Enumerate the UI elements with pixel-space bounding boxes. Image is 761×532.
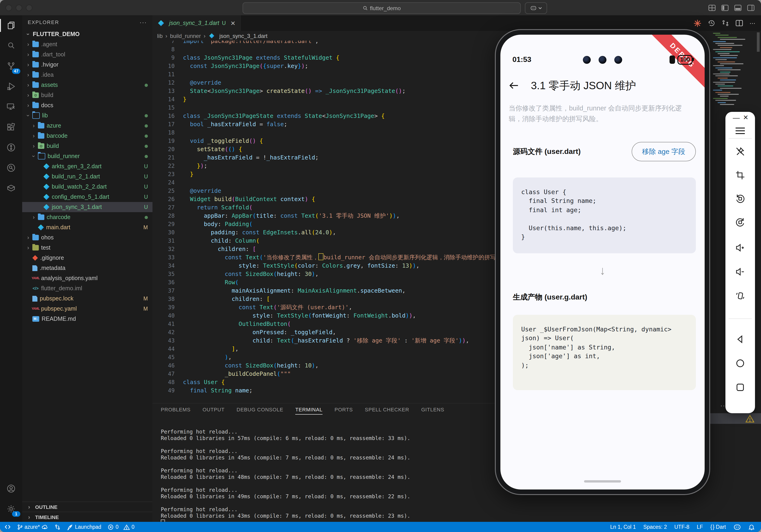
problems-status[interactable]: 0 0 — [108, 524, 135, 530]
tree-item-lib[interactable]: ›lib — [22, 110, 152, 121]
tree-item-azure[interactable]: ›azure — [22, 121, 152, 131]
extensions-view-icon[interactable] — [0, 117, 22, 137]
tree-item-ohos[interactable]: ›ohos — [22, 232, 152, 243]
project-box-view-icon[interactable] — [0, 178, 22, 198]
editor-scrollbar[interactable] — [757, 32, 760, 52]
toggle-panel-icon[interactable] — [734, 4, 741, 11]
language-mode[interactable]: { }Dart — [710, 524, 726, 530]
tree-item-README.md[interactable]: README.md — [22, 314, 152, 324]
toggle-primary-sidebar-icon[interactable] — [721, 4, 729, 11]
nav-home-icon[interactable] — [735, 359, 745, 368]
device-preview-view-icon[interactable] — [0, 96, 22, 117]
tree-item-arkts_gen_3_2.dart[interactable]: arkts_gen_3_2.dartU — [22, 161, 152, 171]
minimize-window-button[interactable] — [16, 4, 22, 11]
explorer-more-icon[interactable]: ··· — [140, 19, 147, 26]
panel-minimize-button[interactable]: — — [733, 114, 740, 122]
breadcrumb-file[interactable]: json_sync_3_1.dart — [219, 32, 267, 39]
customize-layout-icon[interactable] — [708, 4, 716, 11]
zoom-window-button[interactable] — [26, 4, 32, 11]
tree-item-config_demo_5_1.dart[interactable]: config_demo_5_1.dartU — [22, 192, 152, 202]
traffic-lights[interactable] — [6, 4, 32, 11]
panel-tab-gitlens[interactable]: GITLENS — [421, 407, 444, 412]
gitlens-view-icon[interactable] — [0, 137, 22, 158]
source-control-view-icon[interactable]: 47 — [0, 56, 22, 76]
back-arrow-icon[interactable] — [509, 81, 519, 90]
indentation[interactable]: Spaces: 2 — [643, 524, 667, 530]
crop-icon[interactable] — [735, 170, 745, 180]
panel-tab-debug-console[interactable]: DEBUG CONSOLE — [237, 407, 283, 412]
panel-tab-ports[interactable]: PORTS — [334, 407, 353, 412]
breadcrumb-lib[interactable]: lib — [157, 32, 163, 39]
tree-item-pubspec.yaml[interactable]: pubspec.yamlM — [22, 304, 152, 314]
tree-item-test[interactable]: ›test — [22, 243, 152, 253]
timeline-history-icon[interactable] — [708, 20, 715, 27]
tree-item-build[interactable]: ›⚙build — [22, 90, 152, 100]
remote-indicator[interactable] — [5, 524, 11, 530]
copilot-status-icon[interactable] — [733, 524, 741, 530]
rotate-left-icon[interactable] — [735, 194, 745, 204]
git-branch-status[interactable]: azure* — [17, 524, 48, 530]
volume-down-icon[interactable] — [735, 267, 745, 277]
tree-item-.dart_tool[interactable]: ›.dart_tool — [22, 49, 152, 60]
search-view-icon[interactable] — [0, 35, 22, 56]
tree-item-analysis_options.yaml[interactable]: analysis_options.yaml — [22, 273, 152, 283]
tree-item-.agent[interactable]: ›.agent — [22, 39, 152, 49]
toggle-age-field-button[interactable]: 移除 age 字段 — [631, 142, 696, 161]
cursor-position[interactable]: Ln 1, Col 1 — [610, 524, 636, 530]
tree-item-pubspec.lock[interactable]: pubspec.lockM — [22, 293, 152, 304]
shake-device-icon[interactable] — [735, 291, 745, 301]
encoding[interactable]: UTF-8 — [674, 524, 689, 530]
panel-menu-icon[interactable] — [735, 128, 745, 134]
tree-item-build_watch_2_2.dart[interactable]: build_watch_2_2.dartU — [22, 182, 152, 192]
tree-item-main.dart[interactable]: main.dartM — [22, 222, 152, 232]
run-debug-view-icon[interactable] — [0, 76, 22, 96]
close-window-button[interactable] — [6, 4, 12, 11]
nav-back-icon[interactable] — [735, 335, 745, 344]
tree-item-flutter_demo.iml[interactable]: flutter_demo.iml — [22, 283, 152, 293]
editor-more-actions-icon[interactable]: ⋯ — [749, 20, 755, 27]
split-editor-icon[interactable] — [735, 20, 743, 26]
hot-reload-icon[interactable] — [693, 19, 701, 27]
tree-item-.metadata[interactable]: .metadata — [22, 263, 152, 273]
tree-item-build_run_2_1.dart[interactable]: build_run_2_1.dartU — [22, 171, 152, 182]
compare-changes-icon[interactable] — [722, 20, 729, 27]
volume-up-icon[interactable] — [735, 243, 745, 253]
panel-tab-problems[interactable]: PROBLEMS — [161, 407, 191, 412]
gitlens-inspect-view-icon[interactable] — [0, 158, 22, 178]
phone-mirror-window[interactable]: DEBUG 01:53 100 3.1 零手动 JSON 维护 当你修改了类属性… — [495, 29, 710, 495]
settings-gear-icon[interactable]: 1 — [0, 499, 22, 519]
tree-item-build[interactable]: ›⚙build — [22, 141, 152, 151]
tree-item-.hvigor[interactable]: ›.hvigor — [22, 60, 152, 70]
accounts-icon[interactable] — [0, 478, 22, 499]
copilot-menu-button[interactable] — [525, 2, 547, 14]
panel-close-button[interactable]: ✕ — [743, 114, 748, 121]
rotate-right-icon[interactable] — [735, 217, 745, 227]
pin-off-icon[interactable] — [735, 147, 745, 157]
nav-recents-icon[interactable] — [735, 383, 745, 392]
toggle-secondary-sidebar-icon[interactable] — [747, 4, 754, 11]
command-center-search[interactable]: flutter_demo — [243, 2, 521, 14]
tab-json-sync-3-1[interactable]: json_sync_3_1.dart U ✕ — [152, 15, 241, 31]
tree-item-.idea[interactable]: ›.idea — [22, 70, 152, 80]
tree-item-build_runner[interactable]: ›build_runner — [22, 151, 152, 161]
panel-tab-terminal[interactable]: TERMINAL — [295, 407, 322, 412]
workspace-root[interactable]: › FLUTTER_DEMO — [22, 29, 152, 39]
panel-tab-output[interactable]: OUTPUT — [203, 407, 225, 412]
tree-item-charcode[interactable]: ›charcode — [22, 212, 152, 222]
tree-item-docs[interactable]: ›docs — [22, 100, 152, 110]
breadcrumb-build-runner[interactable]: build_runner — [170, 32, 201, 39]
compare-status-icon[interactable] — [55, 524, 61, 530]
tree-item-assets[interactable]: ›assets — [22, 80, 152, 90]
explorer-view-icon[interactable] — [0, 15, 22, 35]
timeline-section[interactable]: › TIMELINE — [22, 512, 152, 522]
home-indicator[interactable] — [584, 480, 621, 482]
panel-tab-spell-checker[interactable]: SPELL CHECKER — [365, 407, 409, 412]
eol-sequence[interactable]: LF — [697, 524, 703, 530]
tree-item-json_sync_3_1.dart[interactable]: json_sync_3_1.dartU — [22, 202, 152, 212]
tree-item-barcode[interactable]: ›barcode — [22, 131, 152, 141]
tree-item-.gitignore[interactable]: .gitignore — [22, 253, 152, 263]
close-tab-icon[interactable]: ✕ — [230, 20, 235, 27]
notifications-bell-icon[interactable] — [748, 524, 754, 530]
launchpad-status[interactable]: Launchpad — [67, 524, 101, 530]
outline-section[interactable]: › OUTLINE — [22, 502, 152, 512]
